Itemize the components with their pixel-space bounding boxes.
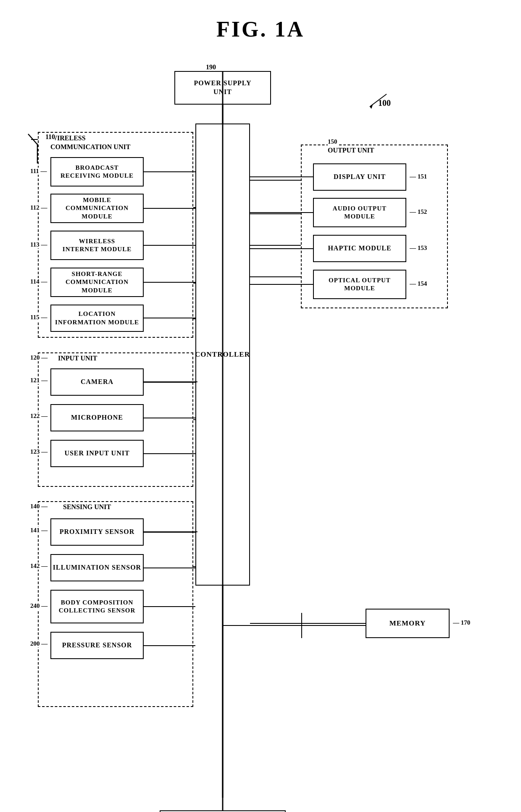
body-comp-box: BODY COMPOSITIONCOLLECTING SENSOR [50, 590, 144, 623]
camera-box: CAMERA [50, 368, 144, 396]
ref-123: 123 — [30, 448, 47, 455]
ref-121: 121 — [30, 377, 47, 384]
ref-240: 240 — [30, 602, 47, 610]
wireless-comm-label: WIRELESSCOMMUNICATION UNIT [50, 134, 130, 152]
memory-box: MEMORY [366, 609, 450, 638]
ref-120: 120 — [30, 354, 47, 361]
wireless-internet-box: WIRELESSINTERNET MODULE [50, 231, 144, 260]
location-info-box: LOCATIONINFORMATION MODULE [50, 305, 144, 332]
sensing-unit-label: SENSING UNIT [63, 503, 111, 511]
ref-190: 190 [206, 63, 216, 71]
illumination-sensor-box: ILLUMINATION SENSOR [50, 554, 144, 581]
ref-110: 110 [45, 133, 55, 141]
ref-154: — 154 [410, 280, 427, 287]
microphone-box: MICROPHONE [50, 404, 144, 431]
page-title: FIG. 1A [0, 0, 521, 42]
ref-140: 140 — [30, 503, 47, 510]
ref-112: 112 — [30, 204, 47, 211]
audio-output-box: AUDIO OUTPUTMODULE [313, 198, 406, 227]
optical-output-box: OPTICAL OUTPUTMODULE [313, 270, 406, 299]
ref-200: 200 — [30, 640, 47, 647]
input-unit-label: INPUT UNIT [58, 355, 97, 362]
ref-142: 142 — [30, 562, 47, 570]
ref-153: — 153 [410, 244, 427, 252]
user-input-box: USER INPUT UNIT [50, 440, 144, 467]
ref-113: 113 — [30, 241, 47, 248]
svg-marker-22 [370, 104, 373, 109]
pressure-sensor-box: PRESSURE SENSOR [50, 632, 144, 659]
output-unit-label: OUTPUT UNIT [328, 147, 374, 154]
ref-114: 114 — [30, 278, 47, 285]
proximity-sensor-box: PROXIMITY SENSOR [50, 518, 144, 546]
ref-170: — 170 [453, 619, 470, 626]
controller-box: CONTROLLER [195, 124, 250, 586]
ref-141: 141 — [30, 527, 47, 534]
display-unit-box: DISPLAY UNIT [313, 163, 406, 191]
ref-150: 150 [328, 138, 337, 145]
ref-152: — 152 [410, 208, 427, 215]
ref-115: 115 — [30, 314, 47, 321]
mobile-comm-box: MOBILECOMMUNICATION MODULE [50, 194, 144, 223]
interface-unit-box: INTERFACE UNIT [160, 810, 286, 812]
broadcast-box: BROADCASTRECEIVING MODULE [50, 157, 144, 187]
ref-122: 122 — [30, 413, 47, 420]
ref-111: 111 — [30, 168, 47, 175]
haptic-module-box: HAPTIC MODULE [313, 235, 406, 262]
short-range-box: SHORT-RANGECOMMUNICATION MODULE [50, 268, 144, 297]
ref-151: — 151 [410, 173, 427, 180]
power-supply-box: POWER SUPPLYUNIT [174, 71, 271, 105]
